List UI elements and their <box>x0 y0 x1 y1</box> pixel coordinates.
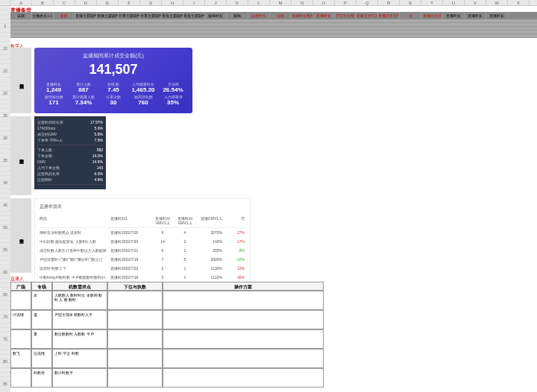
col-O[interactable]: O <box>313 0 335 5</box>
table-header[interactable]: 运营 <box>270 12 292 19</box>
plan-header: 广场专场机数需求点下位与执数操作方案 <box>10 282 324 291</box>
col-V[interactable]: V <box>465 0 486 5</box>
col-P[interactable]: P <box>335 0 357 5</box>
side-label-1: 数据大屏主活局 <box>10 48 31 113</box>
table-header[interactable]: 直播主题副H <box>97 12 119 19</box>
dashboard-metric: 累计人数887 <box>69 82 98 93</box>
table-header[interactable]: 共享主题副H <box>119 12 140 19</box>
table-header[interactable]: 直播时长 <box>443 12 465 19</box>
dark-row: 运营商时4.9% <box>37 177 103 183</box>
table-header[interactable]: 服饰时长 <box>205 12 227 19</box>
col-C[interactable]: C <box>54 0 75 5</box>
dark-row: 人均下单金额143 <box>37 165 103 171</box>
col-U[interactable]: U <box>443 0 465 5</box>
dashboard-row-2: 新增粉丝数171累计观看人数7.34%分享次数30购买转化数760人力观看率35… <box>39 95 188 106</box>
table-header[interactable]: 美妆主题副H <box>162 12 183 19</box>
dark-row: 下单金额14.0% <box>37 153 103 159</box>
table-header[interactable]: 直播时长 <box>465 12 486 19</box>
table-header[interactable]: 直播时长 <box>486 12 508 19</box>
col-M[interactable]: M <box>270 0 292 5</box>
light-table-header: 商品直播时间1直播时间GMV1人直播时间GMV1人直播GMV1人增 <box>40 214 245 228</box>
table-header[interactable]: 运营时长 <box>248 12 270 19</box>
plan-row[interactable]: 本人数数人 数时时位 本数两 数时 人 数 数时 <box>10 291 324 310</box>
table-header[interactable]: 日期 <box>10 12 32 19</box>
dark-row: GMV14.9% <box>37 159 103 165</box>
light-table-body: 测时告诉时数民众 温家时直播时2022/7/20942070%27%中归好数 服… <box>40 228 245 282</box>
col-R[interactable]: R <box>378 0 400 5</box>
light-table-title: 直播带货表 <box>40 203 245 210</box>
col-G[interactable]: G <box>140 0 162 5</box>
dashboard-metric: 分享次数30 <box>98 95 128 106</box>
col-B[interactable]: B <box>32 0 54 5</box>
table-header[interactable]: 直播间支付 <box>421 12 443 19</box>
dashboard-metric: 人力观看率35% <box>158 95 188 106</box>
plan-body: 本人数数人 数时时位 本数两 数时 人 数 数时计温情道户型主现本 限数时人平重… <box>10 291 324 388</box>
dark-row: 下单率 70%+人7.5% <box>37 137 103 143</box>
dashboard-metric: 累计观看人数7.34% <box>69 95 98 106</box>
plan-table: 广场专场机数需求点下位与执数操作方案 本人数数人 数时时位 本数两 数时 人 数… <box>10 282 324 388</box>
light-row[interactable]: 成交时数人数生计直种中数以主人数配材直播时2022/7/2162205%8% <box>40 246 245 255</box>
col-N[interactable]: N <box>292 0 313 5</box>
table-header[interactable]: IT支付金额 <box>335 12 357 19</box>
col-S[interactable]: S <box>400 0 421 5</box>
col-J[interactable]: J <box>205 0 227 5</box>
table-header[interactable]: 对账支付IT人 <box>357 12 378 19</box>
plan-row[interactable]: 重数位数数时 人数数 平户 <box>10 329 324 349</box>
dashboard-main-value: 141,507 <box>39 62 188 78</box>
dashboard-metric: 互动率26.54% <box>158 82 188 93</box>
dark-panel: 运营时间转化率17.57%17时30min5.0%成交的GMV5.8%下单率 7… <box>34 116 106 189</box>
table-header[interactable]: 美妆主题副H <box>183 12 205 19</box>
col-Y[interactable]: Y <box>530 0 537 5</box>
col-W[interactable]: W <box>486 0 508 5</box>
table-header[interactable]: 共享主题副H <box>140 12 162 19</box>
side-label-3: 数据看个业务 <box>10 198 31 273</box>
light-row[interactable]: 中归好数 服装配套装 人数时L人数直播时2022/7/20142142%17% <box>40 237 245 246</box>
plan-row[interactable]: 时数在数计时数平 <box>10 368 324 388</box>
table-header[interactable]: 直播时长 <box>313 12 335 19</box>
col-E[interactable]: E <box>97 0 119 5</box>
plan-row[interactable]: 计温情道户型主现本 限数时人平 <box>10 310 324 329</box>
dashboard-row-1: 直播时长1,249累计人数887在线 数7.45人均观看时长1,465.20互动… <box>39 82 188 93</box>
table-header[interactable]: 集数 <box>54 12 75 19</box>
light-row[interactable]: 户型设置时-门数门数门数归F门数正江直播时2022/7/19752000%-10… <box>40 255 245 264</box>
header-row: 日期主播姓名+工号集数直播主题副H直播主题副H共享主题副H共享主题副H美妆主题副… <box>10 12 537 19</box>
light-table: 直播带货表 商品直播时间1直播时间GMV1人直播时间GMV1人直播GMV1人增 … <box>34 198 251 287</box>
col-K[interactable]: K <box>227 0 248 5</box>
table-header[interactable]: 直播主题副H <box>75 12 97 19</box>
dark-row: 运营时间转化率17.57% <box>37 119 103 125</box>
dashboard-title: 直播期间累计成交金额(元) <box>39 52 188 60</box>
col-X[interactable]: X <box>508 0 530 5</box>
col-L[interactable]: L <box>248 0 270 5</box>
col-I[interactable]: I <box>183 0 205 5</box>
light-row[interactable]: 中数kinky户数时数 中户数配数时数时归直播时2022/7/18511110%… <box>40 273 245 282</box>
col-A[interactable]: A <box>10 0 32 5</box>
dashboard-metric: 购买转化数760 <box>128 95 158 106</box>
dark-row: 17时30min5.0% <box>37 125 103 131</box>
dashboard-metric: 新增粉丝数171 <box>39 95 69 106</box>
dashboard-card: 直播期间累计成交金额(元) 141,507 直播时长1,249累计人数887在线… <box>34 48 192 113</box>
dark-row: 运营商品化率6.0% <box>37 171 103 177</box>
light-row[interactable]: 温家时 时数工下直播时2022/7/22211130%12% <box>40 264 245 273</box>
dark-row: 成交的GMV5.8% <box>37 131 103 137</box>
side-label-2: 直播回放数据 <box>10 116 31 195</box>
stripe-rows <box>10 19 537 38</box>
col-Q[interactable]: Q <box>357 0 378 5</box>
col-H[interactable]: H <box>162 0 183 5</box>
dark-row: 下单人数582 <box>37 147 103 153</box>
dashboard-metric: 在线 数7.45 <box>98 82 128 93</box>
table-header[interactable]: 直播时长额度 <box>292 12 313 19</box>
dashboard-metric: 人均观看时长1,465.20 <box>128 82 158 93</box>
dashboard-metric: 直播时长1,249 <box>39 82 69 93</box>
table-header[interactable]: 主播姓名+工号 <box>32 12 54 19</box>
table-header[interactable]: 合 <box>400 12 421 19</box>
col-F[interactable]: F <box>119 0 140 5</box>
light-row[interactable]: 测时告诉时数民众 温家时直播时2022/7/20942070%27% <box>40 228 245 237</box>
col-T[interactable]: T <box>421 0 443 5</box>
table-header[interactable]: 直播间支付IT <box>378 12 400 19</box>
table-header[interactable]: 服饰 <box>227 12 248 19</box>
col-D[interactable]: D <box>75 0 97 5</box>
column-headers: ABCDEFGHIJKLMNOPQRSTUVWXY <box>0 0 537 6</box>
row-numbers: 510152025303540455055606570758085 <box>0 6 10 392</box>
plan-row[interactable]: 数飞位温情上时 平过 时数 <box>10 349 324 368</box>
